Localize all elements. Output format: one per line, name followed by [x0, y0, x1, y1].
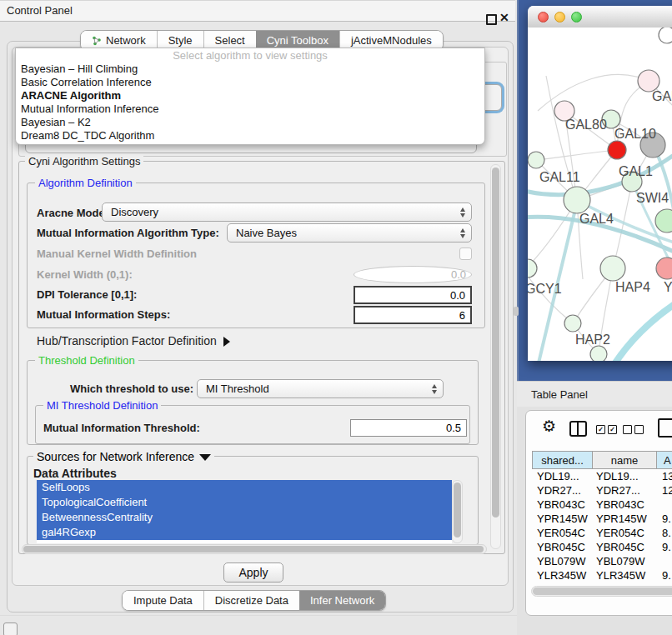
table-row[interactable]: YPR145WYPR145W9.: [532, 512, 672, 526]
table-row[interactable]: YDL19...YDL19...13: [532, 469, 672, 483]
stepper-icon[interactable]: [432, 384, 437, 394]
columns-icon[interactable]: [569, 421, 587, 437]
mi-type-combo[interactable]: Naive Bayes: [227, 223, 472, 242]
aracne-mode-label: Aracne Mode:: [37, 207, 108, 219]
network-node[interactable]: [564, 315, 581, 332]
network-window: GAL80 GAL10 GAL1 GAL11 SWI4 GAL4 GCY1 HA…: [528, 6, 672, 361]
control-panel-title: Control Panel: [7, 4, 73, 17]
table-row[interactable]: YLR345WYLR345W9.: [532, 568, 672, 582]
close-icon[interactable]: ✕: [499, 12, 509, 23]
settings-hscrollbar[interactable]: [22, 544, 487, 554]
mi-threshold-label: Mutual Information Threshold:: [43, 422, 200, 434]
dropdown-placeholder: Select algorithm to view settings: [16, 48, 484, 62]
attribute-item[interactable]: gal4RGexp: [37, 525, 452, 540]
column-header-name[interactable]: name: [593, 451, 657, 469]
network-node[interactable]: [655, 209, 672, 232]
node-label: GAL10: [614, 127, 656, 141]
kernel-width-label: Kernel Width (0,1):: [37, 268, 133, 281]
hub-section-toggle[interactable]: Hub/Transcription Factor Definition: [37, 334, 230, 348]
tab-infer-network[interactable]: Infer Network: [299, 591, 385, 610]
manual-kernel-checkbox[interactable]: [459, 248, 472, 260]
tab-discretize-data[interactable]: Discretize Data: [203, 591, 299, 610]
which-threshold-combo[interactable]: MI Threshold: [197, 379, 444, 398]
network-canvas-wrap: GAL80 GAL10 GAL1 GAL11 SWI4 GAL4 GCY1 HA…: [528, 28, 672, 361]
stepper-icon[interactable]: [460, 208, 465, 218]
data-attributes-list: SelfLoops TopologicalCoefficient Between…: [37, 480, 452, 543]
mi-threshold-field[interactable]: 0.5: [350, 419, 467, 437]
mi-steps-label: Mutual Information Steps:: [37, 308, 170, 321]
node-label: GAL1: [619, 164, 653, 178]
table-row[interactable]: YER054CYER054C8.: [532, 526, 672, 540]
close-traffic-icon[interactable]: [538, 12, 549, 22]
dpi-tolerance-label: DPI Tolerance [0,1]:: [37, 288, 137, 301]
mi-threshold-group-title: MI Threshold Definition: [43, 399, 161, 412]
float-icon[interactable]: [486, 14, 497, 25]
tab-network-label: Network: [106, 34, 146, 47]
apply-button[interactable]: Apply: [223, 562, 283, 582]
node-label: GCY1: [528, 282, 562, 296]
settings-group-title: Cyni Algorithm Settings: [25, 155, 143, 168]
bottom-tabs: Impute Data Discretize Data Infer Networ…: [122, 590, 386, 611]
expanded-arrow-icon: [199, 454, 211, 461]
network-node[interactable]: [656, 258, 672, 279]
attribute-item[interactable]: TopologicalCoefficient: [37, 495, 452, 510]
data-attributes-label: Data Attributes: [33, 467, 117, 480]
table-row[interactable]: YBR043CYBR043C: [532, 498, 672, 512]
node-label: GAL: [652, 89, 672, 103]
table-row[interactable]: YBL079WYBL079W: [532, 554, 672, 568]
zoom-traffic-icon[interactable]: [571, 12, 582, 22]
deselect-all-icon[interactable]: [623, 425, 644, 434]
algorithm-dropdown-popup: Select algorithm to view settings Bayesi…: [15, 48, 485, 145]
node-label: HAP2: [575, 332, 610, 347]
dpi-tolerance-field[interactable]: 0.0: [354, 286, 472, 304]
select-all-icon[interactable]: ✓✓: [596, 425, 617, 434]
network-node[interactable]: [659, 28, 672, 43]
network-node-red[interactable]: [608, 141, 626, 159]
column-header-third[interactable]: A: [657, 451, 672, 469]
table-hscrollbar-thumb[interactable]: [533, 588, 672, 595]
network-node[interactable]: [564, 187, 590, 213]
table-header: shared... name A: [532, 451, 672, 469]
dropdown-item[interactable]: Mutual Information Inference: [16, 102, 484, 116]
kernel-width-field[interactable]: 0.0: [354, 266, 472, 283]
network-node[interactable]: [600, 256, 625, 281]
network-tab-icon: [92, 36, 102, 46]
table-row[interactable]: YBR045CYBR045C9.: [532, 540, 672, 554]
attribute-item[interactable]: SelfLoops: [37, 480, 452, 495]
dropdown-item[interactable]: Bayesian – K2: [16, 116, 484, 129]
sources-group-toggle[interactable]: Sources for Network Inference: [33, 450, 214, 463]
table-rows: YDL19...YDL19...13 YDR27...YDR27...12 YB…: [532, 469, 672, 586]
attributes-scrollbar[interactable]: [452, 480, 463, 543]
table-row[interactable]: YDR27...YDR27...12: [532, 483, 672, 498]
collapsed-arrow-icon: [223, 337, 230, 347]
dropdown-item-selected[interactable]: ARACNE Algorithm: [16, 89, 484, 102]
network-node[interactable]: [590, 346, 607, 361]
stepper-icon[interactable]: [460, 228, 465, 238]
node-label: HAP4: [615, 280, 650, 294]
column-header-shared[interactable]: shared...: [532, 451, 593, 469]
panel-splitter-handle[interactable]: [514, 307, 519, 316]
network-canvas[interactable]: GAL80 GAL10 GAL1 GAL11 SWI4 GAL4 GCY1 HA…: [528, 28, 672, 361]
node-label: SWI4: [636, 191, 669, 205]
network-node[interactable]: [528, 259, 537, 278]
dropdown-item[interactable]: Dream8 DC_TDC Algorithm: [16, 129, 484, 142]
table-hscrollbar[interactable]: [531, 586, 672, 597]
mi-steps-field[interactable]: 6: [354, 306, 472, 324]
settings-scrollbar[interactable]: [490, 164, 501, 549]
node-label: GAL11: [539, 170, 580, 184]
settings-hscrollbar-thumb[interactable]: [23, 546, 484, 552]
network-node[interactable]: [528, 152, 544, 168]
attributes-scrollbar-thumb[interactable]: [454, 482, 461, 538]
app-root: Control Panel ✕ Network Style Select Cyn…: [0, 0, 672, 635]
panel-dock-icon[interactable]: [3, 622, 18, 635]
minimize-traffic-icon[interactable]: [554, 12, 565, 22]
mi-type-label: Mutual Information Algorithm Type:: [37, 227, 219, 239]
gear-icon[interactable]: ⚙: [542, 418, 556, 435]
dropdown-item[interactable]: Bayesian – Hill Climbing: [16, 62, 484, 76]
dropdown-item[interactable]: Basic Correlation Inference: [16, 76, 484, 89]
attribute-item[interactable]: BetweennessCentrality: [37, 510, 452, 525]
settings-scrollbar-thumb[interactable]: [492, 168, 499, 518]
aracne-mode-combo[interactable]: Discovery: [102, 202, 472, 222]
export-table-icon[interactable]: [658, 418, 672, 438]
tab-impute-data[interactable]: Impute Data: [123, 591, 203, 610]
